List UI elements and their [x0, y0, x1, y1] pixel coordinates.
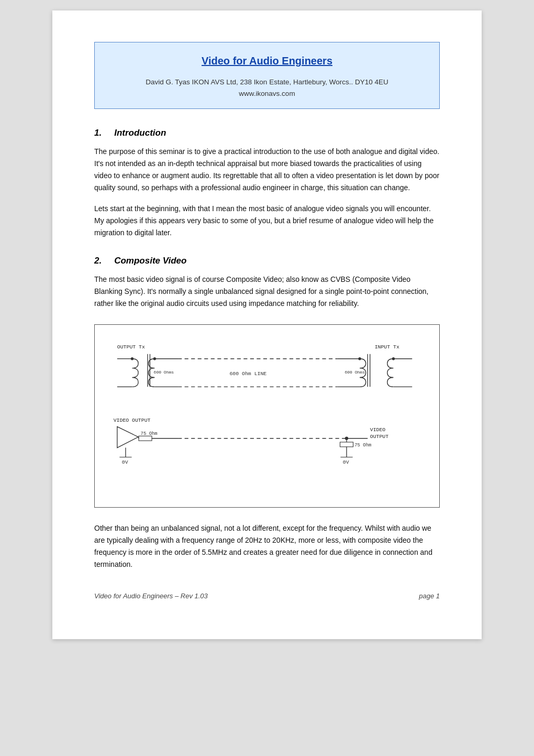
page-title: Video for Audio Engineers — [105, 55, 429, 67]
section-composite-video: 2.Composite Video The most basic video s… — [94, 256, 440, 571]
diagram-svg: OUTPUT Tx INPUT Tx 600 Ohms — [103, 335, 431, 495]
video-output-right-label: VIDEO — [370, 427, 386, 433]
subtitle-line1: David G. Tyas IKON AVS Ltd, 238 Ikon Est… — [105, 76, 429, 88]
75ohm-right-label: 75 Ohm — [354, 443, 371, 448]
header-subtitle: David G. Tyas IKON AVS Ltd, 238 Ikon Est… — [105, 76, 429, 99]
section-1-para-1: The purpose of this seminar is to give a… — [94, 146, 440, 194]
footer-right: page 1 — [419, 592, 440, 600]
0v-right-label: 0V — [343, 459, 349, 465]
section-2-para-2: Other than being an unbalanced signal, n… — [94, 522, 440, 571]
section-1-heading: 1.Introduction — [94, 128, 440, 138]
svg-line-18 — [138, 437, 139, 439]
section-1-title: Introduction — [114, 128, 166, 138]
600ohms-right-label: 600 Ohms — [344, 370, 365, 375]
600ohm-line-label: 600 Ohm LINE — [229, 371, 266, 377]
page: Video for Audio Engineers David G. Tyas … — [52, 10, 482, 639]
header-box: Video for Audio Engineers David G. Tyas … — [94, 42, 440, 109]
resistor-box-right — [340, 442, 353, 447]
section-2-para-1: The most basic video signal is of course… — [94, 273, 440, 310]
section-1-number: 1. — [94, 128, 102, 138]
input-tx-label: INPUT Tx — [375, 344, 399, 350]
footer-left: Video for Audio Engineers – Rev 1.03 — [94, 592, 208, 600]
resistor-box-left — [139, 436, 152, 441]
75ohm-left-label: 75 Ohm — [141, 431, 158, 436]
section-2-title: Composite Video — [114, 256, 186, 266]
600ohms-left-label: 600 Ohms — [154, 370, 174, 375]
output-tx-label: OUTPUT Tx — [117, 344, 145, 350]
video-output-right-label2: OUTPUT — [370, 434, 388, 440]
amplifier-triangle — [117, 427, 138, 448]
subtitle-line2: www.ikonavs.com — [105, 88, 429, 100]
video-output-left-label: VIDEO OUTPUT — [114, 418, 151, 424]
section-introduction: 1.Introduction The purpose of this semin… — [94, 128, 440, 239]
circuit-diagram: OUTPUT Tx INPUT Tx 600 Ohms — [94, 324, 440, 508]
page-footer: Video for Audio Engineers – Rev 1.03 pag… — [94, 592, 440, 600]
section-2-heading: 2.Composite Video — [94, 256, 440, 266]
0v-left-label: 0V — [122, 459, 128, 465]
section-1-para-2: Lets start at the beginning, with that I… — [94, 203, 440, 239]
section-2-number: 2. — [94, 256, 102, 266]
